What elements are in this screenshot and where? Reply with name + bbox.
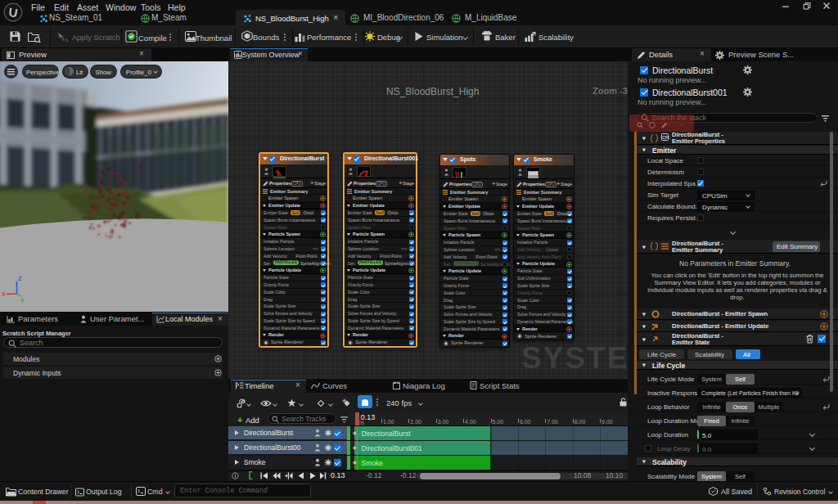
svg-text:Z: Z [18,276,22,281]
svg-text:X: X [2,291,6,297]
svg-text:CPU: CPU [662,136,669,140]
svg-text:Y: Y [20,298,25,304]
